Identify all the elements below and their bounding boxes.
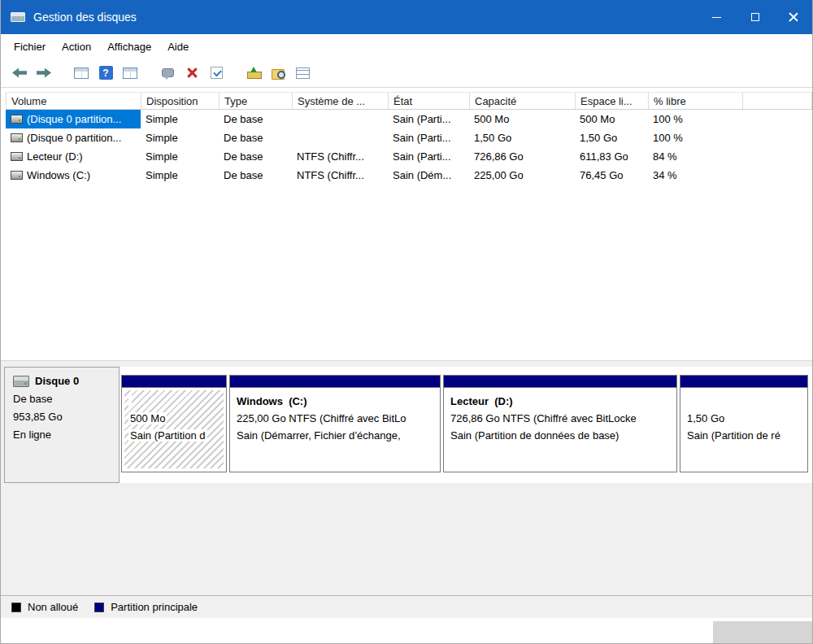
volume-capacite: 1,50 Go	[469, 128, 575, 147]
partition-status: Sain (Démarrer, Fichier d’échange,	[237, 429, 401, 442]
volume-drive-icon	[11, 133, 23, 142]
volume-capacite: 726,86 Go	[469, 147, 575, 166]
volume-disposition: Simple	[141, 147, 219, 166]
close-icon	[789, 12, 798, 22]
disk0-info-panel[interactable]: Disque 0 De base 953,85 Go En ligne	[4, 367, 120, 483]
volume-row-4[interactable]: Windows (C:) Simple De base NTFS (Chiffr…	[6, 166, 812, 185]
forward-icon[interactable]	[35, 65, 53, 81]
menu-affichage[interactable]: Affichage	[99, 34, 159, 59]
volume-row-3[interactable]: Lecteur (D:) Simple De base NTFS (Chiffr…	[6, 147, 812, 166]
partition-title: Windows (C:)	[237, 395, 307, 407]
unallocated-swatch-icon	[11, 603, 21, 612]
volume-pct-libre: 34 %	[648, 166, 742, 185]
volume-etat: Sain (Dém...	[388, 166, 469, 185]
volume-row-1[interactable]: (Disque 0 partition... Simple De base Sa…	[6, 110, 812, 128]
graphical-view: Disque 0 De base 953,85 Go En ligne 500 …	[1, 360, 812, 595]
volume-name: (Disque 0 partition...	[27, 113, 121, 125]
partition-primary-color-bar	[122, 376, 226, 388]
volume-drive-icon	[11, 115, 23, 124]
legend-label: Non alloué	[28, 601, 78, 613]
column-header-filesystem[interactable]: Système de ...	[293, 93, 389, 109]
disk-size: 953,85 Go	[13, 411, 114, 423]
volume-etat: Sain (Parti...	[388, 147, 469, 166]
volume-capacite: 500 Mo	[469, 110, 575, 128]
volume-type: De base	[219, 110, 292, 128]
maximize-icon	[751, 13, 759, 21]
partition-windows-c[interactable]: Windows (C:) 225,00 Go NTFS (Chiffré ave…	[229, 375, 441, 472]
extend-volume-icon[interactable]	[245, 65, 263, 81]
partition-status: Sain (Partition de ré	[687, 429, 780, 442]
volume-name: Windows (C:)	[27, 169, 90, 181]
volume-etat: Sain (Parti...	[388, 128, 469, 147]
partition-150go[interactable]: 1,50 Go Sain (Partition de ré	[680, 375, 808, 472]
menu-fichier[interactable]: Fichier	[6, 34, 54, 59]
volume-capacite: 225,00 Go	[469, 166, 575, 185]
volume-list-header: Volume Disposition Type Système de ... É…	[6, 92, 812, 110]
partition-status: Sain (Partition d	[128, 429, 207, 442]
window-title: Gestion des disques	[33, 11, 137, 24]
volume-espace-libre: 611,83 Go	[575, 147, 648, 166]
partition-size: 500 Mo	[128, 412, 167, 424]
legend-bar: Non alloué Partition principale	[1, 595, 812, 618]
menu-action[interactable]: Action	[54, 34, 99, 59]
column-header-espace-libre[interactable]: Espace li...	[576, 93, 649, 109]
volume-filesystem	[292, 110, 388, 128]
column-header-capacite[interactable]: Capacité	[470, 93, 576, 109]
partition-primary-color-bar	[680, 376, 807, 388]
close-button[interactable]	[774, 0, 812, 34]
partition-title: Lecteur (D:)	[450, 395, 513, 407]
volume-name: (Disque 0 partition...	[27, 132, 121, 144]
primary-partition-swatch-icon	[94, 603, 104, 612]
column-header-etat[interactable]: État	[389, 93, 470, 109]
menu-aide[interactable]: Aide	[159, 34, 197, 59]
partition-lecteur-d[interactable]: Lecteur (D:) 726,86 Go NTFS (Chiffré ave…	[443, 375, 677, 472]
mark-partition-icon[interactable]	[207, 65, 225, 81]
column-header-disposition[interactable]: Disposition	[141, 93, 220, 109]
volume-row-2[interactable]: (Disque 0 partition... Simple De base Sa…	[6, 128, 812, 147]
help-icon[interactable]: ?	[97, 65, 115, 81]
delete-volume-icon[interactable]	[183, 65, 201, 81]
volume-pct-libre: 100 %	[648, 128, 742, 147]
column-header-volume[interactable]: Volume	[7, 93, 141, 109]
volume-filesystem: NTFS (Chiffr...	[292, 166, 388, 185]
volume-espace-libre: 76,45 Go	[575, 166, 648, 185]
column-header-pct-libre[interactable]: % libre	[649, 93, 743, 109]
partition-primary-color-bar	[230, 376, 440, 388]
volume-pct-libre: 100 %	[648, 110, 742, 128]
open-explorer-icon[interactable]	[269, 65, 287, 81]
titlebar: Gestion des disques	[1, 0, 812, 34]
back-icon[interactable]	[11, 65, 28, 81]
volume-disposition: Simple	[141, 110, 219, 128]
action-popup-icon[interactable]	[159, 65, 176, 81]
volume-list: Volume Disposition Type Système de ... É…	[1, 88, 812, 360]
volume-disposition: Simple	[141, 128, 219, 147]
toolbar: ?	[1, 59, 812, 88]
export-list-icon[interactable]	[121, 65, 139, 81]
console-tree-icon[interactable]	[72, 65, 90, 81]
properties-icon[interactable]	[293, 65, 311, 81]
partition-primary-color-bar	[444, 376, 676, 388]
disk-type: De base	[13, 393, 114, 405]
legend-label: Partition principale	[111, 601, 198, 613]
partition-size: 225,00 Go NTFS (Chiffré avec BitLo	[237, 412, 406, 424]
disk-status: En ligne	[13, 429, 114, 441]
minimize-button[interactable]	[698, 0, 736, 34]
window-controls	[698, 0, 812, 34]
volume-drive-icon	[11, 171, 23, 180]
volume-etat: Sain (Parti...	[388, 110, 469, 128]
volume-espace-libre: 500 Mo	[575, 110, 648, 128]
volume-drive-icon	[11, 152, 23, 161]
legend-unallocated: Non alloué	[11, 601, 78, 613]
partition-size: 1,50 Go	[687, 412, 724, 424]
volume-filesystem: NTFS (Chiffr...	[292, 147, 388, 166]
disk-app-icon	[11, 12, 25, 22]
partition-status: Sain (Partition de données de base)	[450, 429, 619, 442]
volume-type: De base	[219, 128, 292, 147]
partition-500mo[interactable]: 500 Mo Sain (Partition d	[121, 375, 227, 472]
column-header-type[interactable]: Type	[220, 93, 293, 109]
maximize-button[interactable]	[736, 0, 774, 34]
volume-pct-libre: 84 %	[648, 147, 742, 166]
volume-filesystem	[292, 128, 388, 147]
column-header-blank[interactable]	[743, 93, 812, 109]
volume-espace-libre: 1,50 Go	[575, 128, 648, 147]
